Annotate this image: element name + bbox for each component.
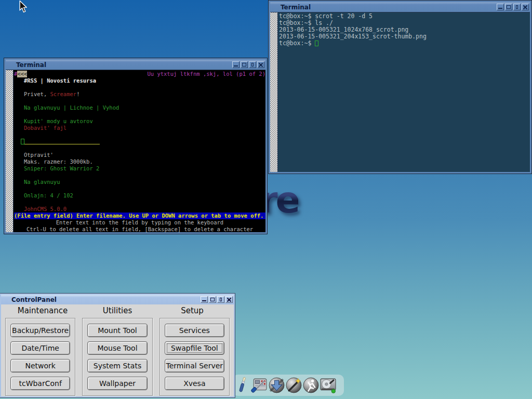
max-size-note: Maks. razmer: 3000kb. <box>14 158 265 165</box>
maximize-icon <box>210 298 215 301</box>
control-panel-window: ControlPanel Maintenance Utilities Setup… <box>0 294 235 397</box>
close-button[interactable] <box>257 61 264 68</box>
setup-group: Services Swapfile Tool Terminal Server X… <box>159 318 230 396</box>
buy-mods-link[interactable]: Kupit' mody u avtorov <box>14 118 265 125</box>
network-button[interactable]: Network <box>10 359 70 373</box>
window-buttons <box>231 61 264 68</box>
browser-toolbar-line: #<<<Uu ytxtuj ltkfnm ,skj, lol (p1 of 2) <box>14 71 265 77</box>
mouse-tool-button[interactable]: Mouse Tool <box>87 341 147 355</box>
xvesa-button[interactable]: Xvesa <box>165 377 224 390</box>
window-title: Terminal <box>16 61 46 69</box>
shell-output[interactable]: tc@box:~$ scrot -t 20 -d 5 tc@box:~$ ls … <box>278 12 530 172</box>
add-file-link[interactable]: Dobavit' fajl <box>14 125 265 131</box>
minimize-button[interactable] <box>497 4 504 10</box>
username-link[interactable]: Screamer <box>50 91 77 97</box>
desktop: re Terminal tc@box:~$ scrot -t 20 -d 5 t… <box>0 0 532 399</box>
cms-version: JohnCMS 5.0.0 <box>14 206 265 212</box>
help-line: Enter text into the field by typing on t… <box>14 219 265 226</box>
file-input-field[interactable] <box>21 138 100 144</box>
terminal-scrollbar[interactable] <box>6 70 14 232</box>
control-panel-body: Maintenance Utilities Setup Backup/Resto… <box>1 304 234 396</box>
game-link[interactable]: Sniper: Ghost Warrior 2 <box>14 165 265 172</box>
back-links-selected[interactable]: <<< <box>17 71 27 77</box>
utilities-group: Mount Tool Mouse Tool System Stats Wallp… <box>82 318 152 396</box>
column-header-utilities: Utilities <box>80 306 155 318</box>
home-link[interactable]: Na glavnuyu <box>14 179 265 185</box>
close-button[interactable] <box>522 4 529 10</box>
column-headers: Maintenance Utilities Setup <box>5 306 230 318</box>
minimize-icon <box>202 300 206 301</box>
column-header-maintenance: Maintenance <box>5 306 80 318</box>
shade-button[interactable] <box>249 61 256 68</box>
terminal-server-button[interactable]: Terminal Server <box>165 359 224 373</box>
terminal-window-browser: Terminal #<<<Uu ytxtuj ltkfnm ,skj, lol … <box>4 58 267 234</box>
terminal-cursor <box>315 41 318 46</box>
titlebar[interactable]: ControlPanel <box>1 295 234 304</box>
terminal-scrollbar[interactable] <box>270 12 278 172</box>
online-counter: Onlajn: 4 / 102 <box>14 192 265 199</box>
column-header-setup: Setup <box>155 306 230 318</box>
submit-label: Otpravit' <box>14 152 265 158</box>
terminal-window-top-right: Terminal tc@box:~$ scrot -t 20 -d 5 tc@b… <box>269 1 531 174</box>
status-bar: (File entry field) Enter filename. Use U… <box>14 212 265 219</box>
maximize-button[interactable] <box>241 61 248 68</box>
help-line: Ctrl-U to delete all text in field, [Bac… <box>14 226 265 232</box>
greeting-line: Privet, Screamer! <box>14 91 265 98</box>
exit-run-icon[interactable] <box>302 377 320 394</box>
maximize-button[interactable] <box>209 296 216 303</box>
page-heading: #RSS | Novosti resursa <box>14 77 265 84</box>
window-title: ControlPanel <box>11 296 57 303</box>
system-stats-button[interactable]: System Stats <box>87 359 147 373</box>
maximize-button[interactable] <box>505 4 512 10</box>
shade-icon <box>220 298 222 301</box>
shell-line: 2013-06-15-005321_204x153_scrot-thumb.pn… <box>279 33 530 40</box>
close-button[interactable] <box>225 296 233 303</box>
app-browser-icon[interactable] <box>268 377 285 394</box>
window-buttons <box>200 296 233 303</box>
backup-restore-button[interactable]: Backup/Restore <box>10 324 70 337</box>
maximize-icon <box>242 63 246 66</box>
shade-icon <box>516 5 518 9</box>
titlebar[interactable]: Terminal <box>6 60 265 70</box>
text-browser-page: #<<<Uu ytxtuj ltkfnm ,skj, lol (p1 of 2)… <box>14 70 265 232</box>
tcwbarconf-button[interactable]: tcWbarConf <box>10 377 70 390</box>
services-button[interactable]: Services <box>165 324 224 337</box>
swapfile-tool-button[interactable]: Swapfile Tool <box>165 341 224 355</box>
paintbrush-icon[interactable] <box>234 377 251 394</box>
control-panel-icon[interactable] <box>251 377 268 394</box>
mount-tool-disk-icon[interactable] <box>320 377 337 394</box>
mount-tool-button[interactable]: Mount Tool <box>87 324 147 337</box>
date-time-button[interactable]: Date/Time <box>10 341 70 355</box>
shade-icon <box>251 63 254 66</box>
minimize-icon <box>498 8 502 9</box>
window-buttons <box>496 4 529 10</box>
wallpaper-button[interactable]: Wallpaper <box>87 377 147 390</box>
nav-links[interactable]: Na glavnuyu | Lichnoe | Vyhod <box>14 104 265 111</box>
window-title: Terminal <box>281 4 311 11</box>
minimize-button[interactable] <box>201 296 208 303</box>
shell-prompt-line: tc@box:~$ <box>279 40 530 47</box>
file-input-line <box>14 138 265 145</box>
maintenance-group: Backup/Restore Date/Time Network tcWbarC… <box>5 318 75 396</box>
titlebar[interactable]: Terminal <box>270 2 530 12</box>
shade-button[interactable] <box>217 296 224 303</box>
minimize-button[interactable] <box>232 61 240 68</box>
magic-wand-icon[interactable] <box>285 377 302 394</box>
page-status: Uu ytxtuj ltkfnm ,skj, lol (p1 of 2) <box>147 71 265 77</box>
text-cursor <box>21 139 24 144</box>
maximize-icon <box>507 5 511 9</box>
terminal-content: tc@box:~$ scrot -t 20 -d 5 tc@box:~$ ls … <box>270 12 530 172</box>
minimize-icon <box>234 65 238 66</box>
mouse-cursor-icon <box>19 1 27 12</box>
dock <box>233 375 344 396</box>
shade-button[interactable] <box>513 4 521 10</box>
terminal-content: #<<<Uu ytxtuj ltkfnm ,skj, lol (p1 of 2)… <box>6 70 265 232</box>
